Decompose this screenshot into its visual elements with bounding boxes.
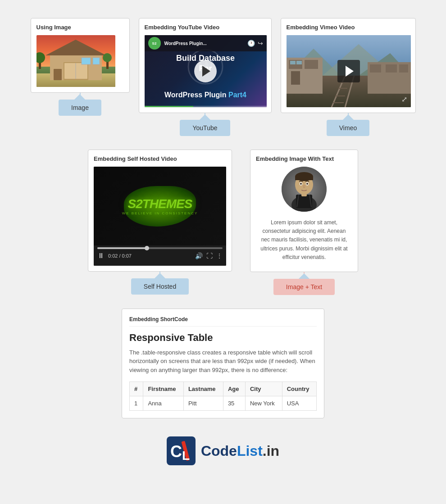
youtube-card: Embedding YouTube Video S2 WordPress Plu… bbox=[139, 18, 272, 136]
youtube-thumbnail[interactable]: S2 WordPress Plugin... 🕐 ↪ Build Databas… bbox=[145, 35, 267, 107]
footer-logo: C L CodeList.in bbox=[14, 427, 432, 474]
col-1: Firstname bbox=[143, 382, 184, 396]
video-progress-fill bbox=[97, 247, 147, 249]
video-controls: ⏸ 0:02 / 0:07 🔊 ⛶ ⋮ bbox=[94, 245, 226, 266]
self-hosted-card-wrapper: Embedding Self Hosted Video S2THEMES WE … bbox=[88, 150, 232, 295]
video-progress[interactable] bbox=[97, 247, 223, 249]
s2themes-splash: S2THEMES WE BELIEVE IN CONSISTENCY bbox=[94, 167, 226, 245]
s2themes-label: S2THEMES WE BELIEVE IN CONSISTENCY bbox=[122, 197, 198, 215]
table-cell: New York bbox=[245, 396, 282, 411]
svg-rect-32 bbox=[290, 61, 296, 64]
col-2: Lastname bbox=[183, 382, 223, 396]
svg-rect-36 bbox=[386, 64, 397, 73]
more-icon[interactable]: ⋮ bbox=[216, 252, 223, 259]
footer-code: Code bbox=[201, 443, 237, 459]
table-head: #FirstnameLastnameAgeCityCountry bbox=[130, 382, 317, 396]
table-body: 1AnnaPitt35New YorkUSA bbox=[130, 396, 317, 411]
yt-progress-bar bbox=[145, 106, 267, 107]
table-cell: USA bbox=[282, 396, 316, 411]
table-cell: Pitt bbox=[183, 396, 223, 411]
svg-point-51 bbox=[306, 183, 308, 185]
tab-image-button[interactable]: Image bbox=[59, 100, 101, 116]
s2themes-text: S2THEMES bbox=[122, 197, 198, 211]
cl-logo-svg: C L bbox=[167, 436, 196, 465]
col-4: City bbox=[245, 382, 282, 396]
table-description: The .table-responsive class creates a re… bbox=[129, 348, 317, 375]
video-content: S2THEMES WE BELIEVE IN CONSISTENCY bbox=[94, 167, 226, 245]
col-5: Country bbox=[282, 382, 316, 396]
fullscreen-icon[interactable]: ⛶ bbox=[206, 252, 213, 259]
shortcode-card: Embedding ShortCode Responsive Table The… bbox=[122, 309, 324, 419]
svg-rect-37 bbox=[399, 64, 408, 73]
table-header-row: #FirstnameLastnameAgeCityCountry bbox=[130, 382, 317, 396]
yt-plugin-title: WordPress Plugin... bbox=[164, 41, 244, 46]
s2themes-sub: WE BELIEVE IN CONSISTENCY bbox=[122, 211, 198, 215]
self-hosted-title: Embedding Self Hosted Video bbox=[94, 155, 226, 162]
svg-rect-10 bbox=[93, 58, 100, 64]
pause-icon[interactable]: ⏸ bbox=[97, 252, 105, 260]
svg-rect-30 bbox=[305, 60, 318, 69]
svg-rect-31 bbox=[291, 71, 300, 85]
image-text-card-wrapper: Embedding Image With Text bbox=[250, 150, 358, 295]
vimeo-expand-icon[interactable]: ⤢ bbox=[401, 95, 407, 104]
yt-part-text: WordPress Plugin Part4 bbox=[145, 91, 267, 99]
house-image bbox=[36, 35, 115, 87]
house-svg bbox=[36, 35, 115, 87]
table-row: 1AnnaPitt35New YorkUSA bbox=[130, 396, 317, 411]
volume-icon[interactable]: 🔊 bbox=[195, 252, 203, 259]
svg-point-14 bbox=[103, 53, 112, 62]
vimeo-thumbnail[interactable]: ⤢ bbox=[287, 35, 411, 107]
tab-youtube-button[interactable]: YouTube bbox=[180, 120, 230, 136]
tab-selfhosted-button[interactable]: Self Hosted bbox=[131, 278, 189, 295]
yt-icon-group: 🕐 ↪ bbox=[247, 40, 263, 47]
image-card: Using Image bbox=[31, 18, 130, 136]
share-icon: ↪ bbox=[258, 40, 263, 47]
youtube-card-title: Embedding YouTube Video bbox=[145, 24, 266, 31]
video-player[interactable]: S2THEMES WE BELIEVE IN CONSISTENCY bbox=[94, 167, 226, 266]
clock-icon: 🕐 bbox=[247, 40, 255, 47]
col-3: Age bbox=[223, 382, 245, 396]
data-table: #FirstnameLastnameAgeCityCountry 1AnnaPi… bbox=[129, 381, 317, 411]
vimeo-play-button[interactable] bbox=[337, 60, 360, 82]
video-time: 0:02 / 0:07 bbox=[108, 253, 132, 259]
table-cell: 1 bbox=[130, 396, 143, 411]
table-cell: 35 bbox=[223, 396, 245, 411]
svg-rect-47 bbox=[295, 177, 313, 180]
person-svg bbox=[282, 167, 327, 212]
lorem-text: Lorem ipsum dolor sit amet, consectetur … bbox=[256, 218, 352, 266]
avatar-image bbox=[282, 167, 327, 212]
vimeo-card: Embedding Vimeo Video bbox=[281, 18, 416, 136]
table-cell: Anna bbox=[143, 396, 184, 411]
tab-vimeo-button[interactable]: Vimeo bbox=[327, 120, 369, 136]
vimeo-card-title: Embedding Vimeo Video bbox=[287, 24, 410, 31]
svg-text:L: L bbox=[182, 449, 190, 463]
svg-text:C: C bbox=[170, 442, 182, 461]
image-text-title: Embedding Image With Text bbox=[256, 155, 352, 162]
codelist-logo: C L bbox=[167, 436, 196, 465]
row1-cards: Using Image bbox=[14, 18, 432, 136]
svg-point-50 bbox=[300, 183, 302, 185]
yt-play-button[interactable] bbox=[194, 60, 217, 82]
svg-rect-35 bbox=[370, 64, 381, 73]
footer-text: CodeList.in bbox=[201, 443, 279, 459]
svg-rect-9 bbox=[82, 58, 91, 64]
svg-rect-33 bbox=[296, 61, 302, 64]
svg-rect-8 bbox=[54, 69, 62, 80]
yt-progress-fill bbox=[145, 106, 193, 107]
responsive-table-title: Responsive Table bbox=[129, 332, 317, 344]
image-card-title: Using Image bbox=[36, 24, 124, 31]
row2-cards: Embedding Self Hosted Video S2THEMES WE … bbox=[14, 150, 432, 295]
s2-logo: S2 bbox=[148, 37, 161, 50]
col-0: # bbox=[130, 382, 143, 396]
tab-imagetext-button[interactable]: Image + Text bbox=[273, 279, 335, 295]
shortcode-card-title: Embedding ShortCode bbox=[129, 316, 317, 327]
video-buttons: ⏸ 0:02 / 0:07 🔊 ⛶ ⋮ bbox=[97, 252, 223, 260]
footer-list: List bbox=[237, 443, 263, 459]
shortcode-section: Embedding ShortCode Responsive Table The… bbox=[14, 309, 432, 419]
video-progress-dot bbox=[145, 246, 149, 250]
footer-domain: .in bbox=[263, 443, 279, 459]
